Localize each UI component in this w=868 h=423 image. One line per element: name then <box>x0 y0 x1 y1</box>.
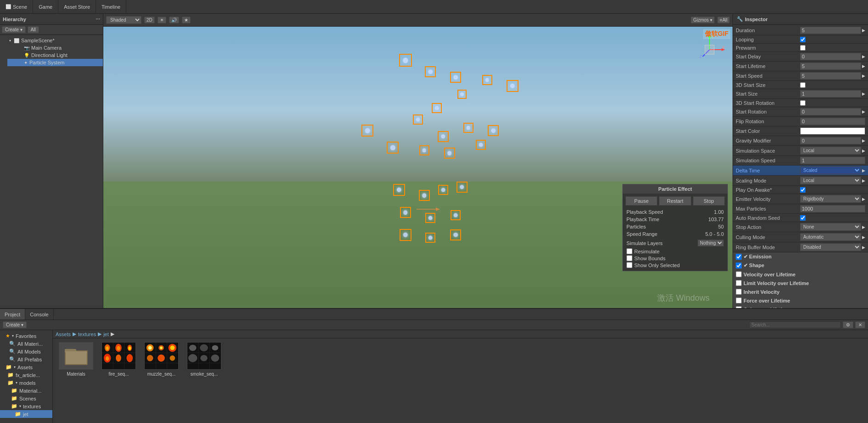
hierarchy-item-maincamera[interactable]: 📷 Main Camera <box>7 44 103 51</box>
tab-game[interactable]: Game <box>33 0 58 13</box>
start-speed-input[interactable] <box>800 72 861 80</box>
scaling-mode-select[interactable]: LocalHierarchy <box>800 177 861 184</box>
asset-fire-seq[interactable]: fire_seq... <box>99 342 138 377</box>
looping-checkbox[interactable] <box>800 37 806 42</box>
prewarm-checkbox[interactable] <box>800 45 806 51</box>
lighting-btn[interactable]: ☀ <box>158 17 166 23</box>
max-particles-input[interactable] <box>800 205 865 212</box>
hierarchy-item-directionallight[interactable]: 💡 Directional Light <box>7 51 103 59</box>
simulate-layers-select[interactable]: Nothing <box>698 240 724 246</box>
tab-asset-store[interactable]: Asset Store <box>58 0 96 13</box>
svg-point-35 <box>170 346 175 350</box>
hierarchy-toolbar: Create ▾ All <box>0 25 103 35</box>
auto-random-seed-checkbox[interactable] <box>800 215 806 221</box>
sidebar-item-all-models[interactable]: 🔍 All Models <box>0 348 52 355</box>
sidebar-item-all-prefabs[interactable]: 🔍 All Prefabs <box>0 355 52 363</box>
project-tab[interactable]: Project <box>0 309 25 320</box>
velocity-lifetime-section[interactable]: Velocity over Lifetime <box>733 270 868 279</box>
emitter-velocity-select[interactable]: RigidbodyTransform <box>800 195 861 203</box>
sidebar-item-models[interactable]: 📁 ▾ models <box>0 379 52 387</box>
project-close-btn[interactable]: ✕ <box>855 321 865 328</box>
asset-materials[interactable]: Materials <box>56 342 96 377</box>
limit-velocity-section[interactable]: Limit Velocity over Lifetime <box>733 279 868 287</box>
resimulate-checkbox[interactable] <box>626 248 632 254</box>
3d-start-size-checkbox[interactable] <box>800 82 806 88</box>
color-lifetime-section[interactable]: Color over Lifetime <box>733 305 868 308</box>
flip-rotation-input[interactable] <box>800 118 865 125</box>
duration-label: Duration <box>736 28 800 33</box>
asset-muzzle-seq[interactable]: muzzle_seq... <box>142 342 181 377</box>
hierarchy-all-btn[interactable]: All <box>28 26 39 33</box>
project-search-input[interactable] <box>749 321 841 328</box>
start-color-swatch[interactable] <box>800 127 865 135</box>
svg-point-47 <box>188 354 197 362</box>
simulation-speed-input[interactable] <box>800 157 865 164</box>
tab-scene[interactable]: ⬜ Scene <box>0 0 33 13</box>
gizmos-btn[interactable]: Gizmos ▾ <box>691 17 715 23</box>
start-delay-input[interactable] <box>800 53 861 60</box>
gravity-modifier-input[interactable] <box>800 137 861 144</box>
particle-box <box>413 114 423 125</box>
velocity-lifetime-checkbox[interactable] <box>736 271 742 277</box>
sidebar-item-jet[interactable]: 📁 jet <box>0 410 52 418</box>
asset-thumb-materials <box>59 342 93 370</box>
shape-checkbox[interactable] <box>736 263 742 269</box>
particle-dot <box>453 75 458 80</box>
inherit-velocity-checkbox[interactable] <box>736 289 742 295</box>
project-settings-btn[interactable]: ⚙ <box>843 321 853 328</box>
play-on-awake-checkbox[interactable] <box>800 187 806 193</box>
show-bounds-checkbox-row: Show Bounds <box>626 255 724 261</box>
restart-btn[interactable]: Restart <box>659 196 691 206</box>
emitter-velocity-label: Emitter Velocity <box>736 196 800 202</box>
sidebar-item-scenes[interactable]: 📁 Scenes <box>0 394 52 402</box>
force-lifetime-section[interactable]: Force over Lifetime <box>733 296 868 305</box>
shape-section[interactable]: ✔ Shape <box>733 261 868 270</box>
start-size-input[interactable] <box>800 90 861 97</box>
show-bounds-checkbox[interactable] <box>626 255 632 261</box>
tab-timeline[interactable]: Timeline <box>96 0 126 13</box>
project-create-btn[interactable]: Create ▾ <box>3 321 27 328</box>
start-lifetime-input[interactable] <box>800 63 861 70</box>
hierarchy-item-samplescene[interactable]: ▾ ⬜ SampleScene* <box>0 37 103 44</box>
ring-buffer-mode-select[interactable]: DisabledPause Until Replaced <box>800 243 861 251</box>
2d-toggle[interactable]: 2D <box>144 17 155 23</box>
scene-view[interactable]: Y X Z Particle Effect Pause <box>103 27 733 308</box>
culling-mode-select[interactable]: AutomaticAlways Simulate <box>800 233 861 241</box>
svg-rect-13 <box>66 351 87 364</box>
sidebar-item-materials[interactable]: 📁 Material... <box>0 387 52 394</box>
duration-input[interactable] <box>800 27 861 34</box>
fx-btn[interactable]: ★ <box>182 17 191 23</box>
emission-checkbox[interactable] <box>736 254 742 260</box>
sidebar-item-textures[interactable]: 📁 ▾ textures <box>0 402 52 410</box>
stop-action-select[interactable]: NoneDisableDestroy <box>800 223 861 231</box>
hierarchy-item-particlesystem[interactable]: ✦ Particle System <box>7 59 103 66</box>
limit-velocity-checkbox[interactable] <box>736 280 742 286</box>
inherit-velocity-section[interactable]: Inherit Velocity <box>733 287 868 296</box>
audio-btn[interactable]: 🔊 <box>169 17 179 23</box>
stop-btn[interactable]: Stop <box>693 196 725 206</box>
start-rotation-input[interactable] <box>800 108 861 115</box>
svg-point-16 <box>106 347 109 350</box>
max-particles-value <box>800 205 865 212</box>
sidebar-item-all-materials[interactable]: 🔍 All Materi... <box>0 340 52 348</box>
hierarchy-create-btn[interactable]: Create ▾ <box>2 26 26 33</box>
delta-time-select[interactable]: ScaledUnscaled <box>800 166 861 174</box>
pause-btn[interactable]: Pause <box>626 196 657 206</box>
watermark: 傲软GIF <box>703 29 730 39</box>
show-only-selected-checkbox[interactable] <box>626 262 632 268</box>
shading-select[interactable]: Shaded Wireframe <box>106 16 141 24</box>
asset-smoke-seq[interactable]: smoke_seq... <box>185 342 224 377</box>
3d-start-rotation-checkbox[interactable] <box>800 100 806 106</box>
scene-area: Shaded Wireframe 2D ☀ 🔊 ★ Gizmos ▾ ≡All <box>103 14 733 308</box>
sidebar-item-fx-article[interactable]: 📁 fx_article... <box>0 371 52 379</box>
force-lifetime-checkbox[interactable] <box>736 297 742 303</box>
sidebar-item-favorites[interactable]: ★ ▾ Favorites <box>0 332 52 340</box>
simulation-space-select[interactable]: LocalWorld <box>800 147 861 154</box>
svg-point-24 <box>127 354 133 362</box>
expand-arrow: ▾ <box>9 39 11 43</box>
sidebar-item-assets[interactable]: 📁 ▾ Assets <box>0 363 52 371</box>
console-tab[interactable]: Console <box>25 309 53 320</box>
all-btn[interactable]: ≡All <box>717 17 730 23</box>
emission-section[interactable]: ✔ Emission <box>733 252 868 261</box>
particle-box <box>400 207 411 218</box>
